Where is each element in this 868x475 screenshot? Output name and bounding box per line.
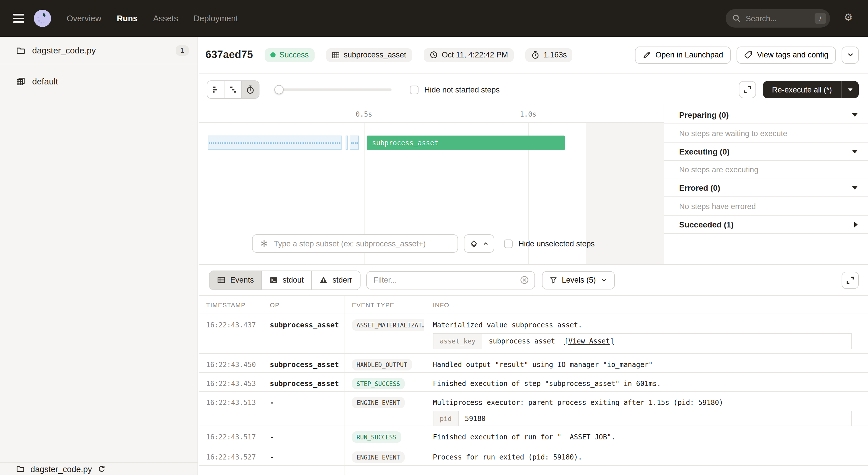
chevron-down-icon (846, 51, 855, 59)
event-type-chip: ASSET_MATERIALIZAT… (352, 319, 424, 331)
caret-down-icon (852, 186, 858, 189)
panel-caption: No steps are executing (664, 161, 868, 179)
log-toolbar: Events stdout (198, 265, 868, 295)
event-op: - (270, 453, 274, 461)
tab-stdout[interactable]: stdout (262, 271, 312, 289)
main-nav: Overview Runs Assets Deployment (67, 14, 238, 23)
view-mode-waterfall-button[interactable] (224, 81, 242, 98)
table-row: 16:22:43.513 - ENGINE_EVENT Multiprocess… (198, 392, 868, 426)
event-timestamp: 16:22:43.517 (206, 433, 256, 441)
gantt-chart: subprocess_asset (198, 123, 663, 264)
step-filter-row: Hide unselected steps (252, 234, 595, 253)
job-label: default (32, 77, 58, 86)
global-search[interactable]: / (725, 9, 830, 28)
terminal-icon (270, 276, 278, 284)
panel-section-executing[interactable]: Executing (0) (664, 143, 868, 161)
step-subset-inputbox[interactable] (252, 234, 458, 253)
metadata-value: 59180 (465, 415, 486, 423)
queued-phase-bar (208, 136, 342, 150)
chevron-down-icon (600, 276, 608, 284)
start-time: Oct 11, 4:22:42 PM (423, 48, 514, 62)
dagster-logo[interactable] (34, 10, 51, 27)
view-tags-config-button[interactable]: View tags and config (736, 46, 836, 63)
gantt-fullscreen-button[interactable] (739, 81, 756, 98)
dagster-run-page: Overview Runs Assets Deployment / ⚙ dags… (0, 0, 868, 475)
event-timestamp: 16:22:43.437 (206, 321, 256, 329)
clear-filter-icon[interactable] (519, 275, 529, 285)
warning-icon (319, 276, 328, 284)
run-duration: 1.163s (525, 48, 572, 62)
view-mode-timed-button[interactable] (242, 81, 259, 98)
graph-query-toggle-button[interactable] (464, 234, 494, 253)
code-location-label: dagster_code.py (32, 46, 96, 55)
gantt-out-of-range-band (586, 123, 663, 264)
panel-caption: No steps have errored (664, 197, 868, 216)
open-in-launchpad-button[interactable]: Open in Launchpad (635, 46, 731, 63)
reexecute-all-button[interactable]: Re-execute all (*) (763, 81, 841, 98)
run-more-actions-button[interactable] (842, 46, 859, 63)
event-op: - (270, 433, 274, 441)
expand-icon (743, 85, 752, 94)
search-input[interactable] (746, 14, 810, 23)
run-header: 637aed75 Success subprocess_asset Oct 11… (198, 37, 868, 73)
table-icon (217, 276, 226, 284)
table-row (198, 466, 868, 475)
metadata-key: pid (433, 411, 459, 425)
tab-events[interactable]: Events (210, 271, 262, 289)
reload-icon[interactable] (98, 465, 105, 473)
gantt-step-bar[interactable]: subprocess_asset (367, 136, 565, 150)
sidebar-item-default-job[interactable]: default (0, 72, 197, 91)
event-timestamp: 16:22:43.513 (206, 398, 256, 407)
event-info: Multiprocess executor: parent process ex… (433, 398, 723, 407)
event-type-chip: RUN_SUCCESS (352, 432, 401, 443)
sidebar-code-location[interactable]: dagster_code.py 1 (0, 37, 197, 64)
log-fullscreen-button[interactable] (842, 271, 859, 289)
step-status-panel: Preparing (0) No steps are waiting to ex… (663, 106, 868, 264)
event-log-table: TIMESTAMP OP EVENT TYPE INFO 16:22:43.43… (198, 295, 868, 475)
caret-right-icon (854, 222, 858, 228)
op-selector-icon (259, 239, 269, 248)
log-tabs: Events stdout (209, 270, 360, 290)
col-event-type: EVENT TYPE (344, 296, 424, 314)
panel-section-errored[interactable]: Errored (0) (664, 179, 868, 197)
gear-icon[interactable]: ⚙ (844, 12, 853, 22)
nav-item-runs[interactable]: Runs (117, 14, 138, 23)
table-row: 16:22:43.450 subprocess_asset HANDLED_OU… (198, 354, 868, 373)
nav-item-overview[interactable]: Overview (67, 14, 101, 23)
grid-icon (332, 51, 340, 59)
reexecute-split-button: Re-execute all (*) (763, 81, 859, 98)
status-dot-icon (270, 52, 275, 57)
reexecute-options-button[interactable] (842, 81, 859, 98)
log-filter-input[interactable] (373, 276, 519, 284)
step-subset-input[interactable] (274, 239, 451, 248)
event-op: - (270, 398, 274, 407)
hamburger-menu-icon[interactable] (13, 14, 24, 23)
event-type-chip: HANDLED_OUTPUT (352, 359, 412, 370)
nav-item-deployment[interactable]: Deployment (193, 14, 238, 23)
sidebar-footer: dagster_code.py (0, 463, 197, 475)
view-asset-link[interactable]: [View Asset] (564, 337, 614, 345)
slider-knob[interactable] (274, 85, 284, 94)
status-badge: Success (265, 48, 314, 62)
hide-not-started-checkbox[interactable] (410, 85, 418, 94)
panel-section-preparing[interactable]: Preparing (0) (664, 106, 868, 124)
gantt-toolbar-right: Re-execute all (*) (739, 81, 859, 98)
gantt-timeline-header: 0.5s 1.0s (198, 106, 663, 123)
hide-unselected-checkbox[interactable] (504, 239, 513, 248)
levels-filter-button[interactable]: Levels (5) (541, 271, 615, 289)
view-mode-flat-button[interactable] (207, 81, 224, 98)
metadata-table: pid 59180 (433, 411, 852, 425)
event-op: subprocess_asset (270, 321, 339, 329)
asset-tag[interactable]: subprocess_asset (326, 48, 412, 62)
job-icon (16, 77, 25, 86)
metadata-value: subprocess_asset (489, 337, 555, 345)
caret-down-icon (852, 113, 858, 117)
tab-stderr[interactable]: stderr (312, 271, 360, 289)
search-shortcut-badge: / (815, 12, 826, 24)
panel-section-succeeded[interactable]: Succeeded (1) (664, 216, 868, 234)
nav-item-assets[interactable]: Assets (153, 14, 178, 23)
caret-down-icon (848, 88, 852, 91)
log-filter-box[interactable] (366, 271, 535, 289)
gantt-zoom-slider[interactable] (274, 81, 392, 98)
slider-track[interactable] (274, 88, 392, 91)
